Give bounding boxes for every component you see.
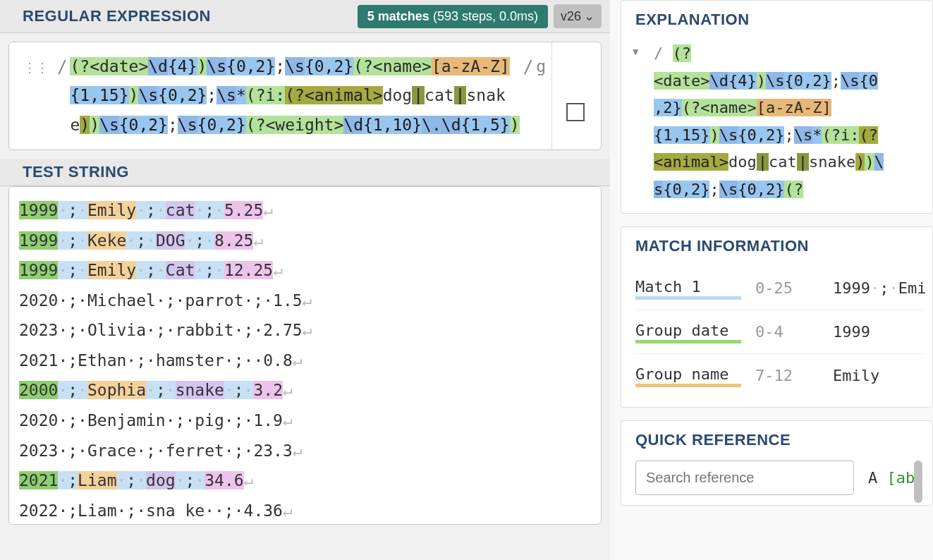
regex-token: \s <box>285 57 305 75</box>
explanation-token: cat <box>769 153 797 171</box>
drag-handle-icon[interactable]: ⋮⋮ <box>23 56 49 79</box>
quick-reference-sample[interactable]: A [ab <box>868 469 915 487</box>
regex-token: {0,2} <box>226 57 275 75</box>
regex-token: | <box>412 86 425 104</box>
explanation-token: | <box>757 153 769 171</box>
explanation-token: (?i: <box>822 126 859 144</box>
test-line: 1999·;·Keke·;·DOG·;·8.25↵ <box>19 226 591 256</box>
explanation-token: \ <box>874 153 884 171</box>
explanation-token: {0,2} <box>738 126 784 144</box>
test-string-title: TEST STRING <box>23 163 129 181</box>
match-value: 1999·;·Emily·;·cat <box>833 279 925 297</box>
explanation-token: \s <box>841 72 860 90</box>
regex-token: \d <box>343 116 363 134</box>
scrollbar[interactable] <box>914 461 922 503</box>
explanation-token: snake <box>809 153 855 171</box>
version-selector[interactable]: v26 ⌄ <box>554 4 602 28</box>
explanation-token: \s <box>719 126 738 144</box>
explanation-token: {1,15} <box>654 126 709 144</box>
regex-token: (?i: <box>246 86 285 104</box>
regex-pattern[interactable]: (?<date>\d{4})\s{0,2};\s{0,2}(?<name>[a-… <box>70 52 520 140</box>
match-range: 0-25 <box>755 279 819 297</box>
regex-token: \s <box>138 86 158 104</box>
regex-token: (? <box>70 57 90 75</box>
explanation-token: (? <box>859 126 878 144</box>
regex-token: {0,2} <box>158 86 207 104</box>
regex-token: (? <box>353 57 373 75</box>
regex-token: \s <box>217 86 236 104</box>
explanation-token: \s <box>766 72 785 90</box>
match-row[interactable]: Group date0-41999 <box>635 310 925 354</box>
explanation-token: {0,2} <box>738 181 784 198</box>
regex-token: {1,10} <box>363 116 422 134</box>
regex-token: ) <box>129 86 139 104</box>
explanation-token: ) <box>855 153 865 171</box>
explanation-token: * <box>812 126 822 144</box>
chevron-down-icon: ⌄ <box>584 8 594 24</box>
search-reference-input[interactable] <box>635 461 854 495</box>
match-row[interactable]: Match 10-251999·;·Emily·;·cat <box>635 267 925 310</box>
explanation-token: ) <box>865 153 874 171</box>
match-info-section: MATCH INFORMATION Match 10-251999·;·Emil… <box>621 226 933 408</box>
test-string-header: TEST STRING <box>0 159 610 186</box>
left-panel: REGULAR EXPRESSION 5 matches (593 steps,… <box>0 0 610 560</box>
regex-token: [a-zA-Z] <box>432 57 510 75</box>
regex-token: {0,2} <box>119 116 168 134</box>
regex-token: \d <box>441 116 461 134</box>
regex-token: {1,5} <box>461 116 509 134</box>
regex-token: ) <box>90 116 99 134</box>
regex-open-slash: / <box>54 52 70 83</box>
explanation-body[interactable]: ▼ / (?<date>\d{4})\s{0,2};\s{0,2}(?<name… <box>635 40 925 203</box>
regex-token: {0,2} <box>197 116 246 134</box>
match-range: 7-12 <box>755 367 819 384</box>
regex-token: \s <box>207 57 226 75</box>
match-value: 1999 <box>833 323 925 341</box>
test-line: 2022·;Liam·;·sna ke··;·4.36↵ <box>19 496 591 525</box>
explanation-token: ; <box>784 126 793 144</box>
test-line: 2021·;Ethan·;·hamster·;··0.8↵ <box>19 346 591 376</box>
regex-token: cat <box>425 86 454 104</box>
matches-badge[interactable]: 5 matches (593 steps, 0.0ms) <box>358 5 548 28</box>
explanation-token: {0 <box>859 72 878 90</box>
regex-title: REGULAR EXPRESSION <box>23 7 211 25</box>
regex-flags[interactable]: g <box>536 52 546 81</box>
explanation-token: <name> <box>700 99 756 116</box>
test-line: 2020·;·Michael·;·parrot·;·1.5↵ <box>19 286 591 316</box>
quick-reference-title: QUICK REFERENCE <box>635 431 925 449</box>
explanation-token: \s <box>719 181 738 198</box>
regex-token: (? <box>246 116 266 134</box>
match-range: 0-4 <box>755 323 819 341</box>
regex-token: \. <box>422 116 441 134</box>
regex-token: (? <box>285 86 305 104</box>
match-row[interactable]: Group name7-12Emily <box>635 354 925 397</box>
regex-token: {1,15} <box>70 86 128 104</box>
regex-token: <date> <box>90 57 148 75</box>
regex-token: ) <box>510 116 520 134</box>
explanation-section: EXPLANATION ▼ / (?<date>\d{4})\s{0,2};\s… <box>621 0 933 214</box>
explanation-token: {4} <box>728 72 757 90</box>
test-string-editor[interactable]: 1999·;·Emily·;·cat·;·5.25↵1999·;·Keke·;·… <box>8 186 602 525</box>
regex-token: {0,2} <box>305 57 353 75</box>
regex-content[interactable]: ⋮⋮ / (?<date>\d{4})\s{0,2};\s{0,2}(?<nam… <box>9 42 551 150</box>
collapse-icon[interactable]: ▼ <box>633 43 638 61</box>
match-label: Group name <box>635 365 741 386</box>
explanation-token: ) <box>709 126 719 144</box>
quick-reference-row: A [ab <box>635 461 925 495</box>
explanation-token: (? <box>784 181 803 198</box>
regex-token: * <box>236 86 246 104</box>
test-line: 1999·;·Emily·;·cat·;·5.25↵ <box>19 195 591 226</box>
regex-editor[interactable]: ⋮⋮ / (?<date>\d{4})\s{0,2};\s{0,2}(?<nam… <box>8 42 602 150</box>
match-label: Match 1 <box>635 278 741 298</box>
regex-token: {4} <box>168 57 197 75</box>
regex-token: \s <box>99 116 119 134</box>
copy-icon[interactable] <box>569 106 585 121</box>
regex-header: REGULAR EXPRESSION 5 matches (593 steps,… <box>0 0 610 33</box>
regex-token: <animal> <box>305 86 383 104</box>
regex-token: ; <box>207 86 217 104</box>
explanation-token: {0,2} <box>784 72 831 90</box>
regex-side-column <box>551 42 601 150</box>
matches-detail: (593 steps, 0.0ms) <box>433 9 538 23</box>
explanation-title: EXPLANATION <box>635 11 925 29</box>
test-line: 2020·;·Benjamin·;·pig·;·1.9↵ <box>19 406 591 436</box>
explanation-token: [a-zA-Z] <box>757 99 831 116</box>
